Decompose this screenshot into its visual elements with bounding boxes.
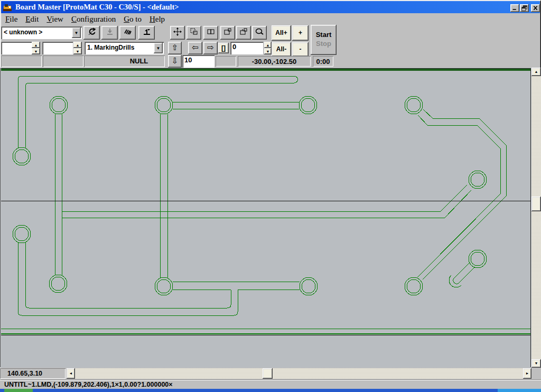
left-arrow-icon: ⇦ [192, 43, 199, 52]
duplicate-icon [207, 27, 215, 38]
head-select-value: < unknown > [1, 26, 72, 39]
tool-change-icon [143, 27, 151, 38]
spin-up-icon[interactable]: ▲ [32, 42, 40, 48]
close-button[interactable] [531, 4, 540, 12]
all-plus-button[interactable]: All+ [272, 25, 291, 41]
horizontal-scrollbar[interactable] [75, 368, 523, 379]
spin-up-icon[interactable]: ▲ [264, 42, 272, 48]
spindle-motor-icon [88, 27, 96, 38]
x-position-input[interactable] [1, 42, 32, 54]
menu-item-help[interactable]: Help [150, 15, 165, 24]
menu-item-file[interactable]: File [5, 15, 17, 24]
taskbar-tray-sliver [498, 389, 541, 392]
chevron-down-icon[interactable]: ▼ [154, 43, 163, 53]
start-stop-button[interactable]: Start Stop [311, 25, 337, 55]
jog-right-button[interactable]: ⇨ [203, 42, 218, 54]
status-cell-blank [216, 56, 236, 67]
spindle-motor-button[interactable] [83, 26, 100, 40]
app-window: Board Master [ProtoMat C30 - C30/S] - <d… [0, 0, 541, 392]
taskbar-sliver [0, 389, 541, 392]
position-value: -30.00,-102.50 [238, 56, 311, 66]
phase-select[interactable]: 1. MarkingDrills ▼ [85, 42, 164, 54]
chevron-down-icon[interactable]: ▼ [72, 27, 81, 38]
tool-down-icon [106, 27, 114, 38]
window-title: Board Master [ProtoMat C30 - C30/S] - <d… [15, 3, 179, 12]
scroll-left-button[interactable]: ◄ [67, 368, 75, 379]
horizontal-scroll-thumb[interactable] [263, 368, 273, 379]
status-cell-x [1, 55, 42, 67]
stop-label: Stop [316, 40, 331, 49]
milling-hatch-button[interactable] [119, 26, 136, 40]
close-icon [532, 5, 539, 11]
scroll-down-icon: ▼ [535, 361, 538, 365]
scroll-right-button[interactable]: ► [523, 368, 531, 379]
minimize-button[interactable] [510, 4, 519, 12]
jog-down-button[interactable]: ⇩ [168, 55, 182, 68]
vertical-scrollbar[interactable]: ▲ ▼ [531, 68, 541, 368]
right-arrow-icon: ⇨ [207, 43, 214, 52]
restore-button[interactable] [520, 4, 529, 12]
taskbar-start-sliver [4, 389, 33, 392]
tool-status-cell: NULL [84, 55, 165, 67]
minus-button[interactable]: - [292, 42, 309, 57]
status-bar: UNTITL~1.LMD,(-109.879,202.406),1×1,0.00… [0, 379, 541, 389]
spin-down-icon[interactable]: ▼ [73, 48, 82, 54]
all-minus-button[interactable]: All- [272, 42, 291, 57]
plus-button[interactable]: + [292, 25, 309, 41]
scroll-up-icon: ▲ [535, 70, 538, 73]
index-input[interactable]: 0 [230, 42, 263, 54]
step-repeat-alt-button[interactable] [236, 26, 251, 40]
head-select[interactable]: < unknown > ▼ [1, 26, 82, 39]
scroll-right-icon: ► [526, 371, 529, 375]
x-position-stepper: ▲ ▼ [32, 42, 40, 54]
vertical-scroll-thumb[interactable] [531, 197, 541, 211]
spin-down-icon[interactable]: ▼ [264, 48, 272, 54]
brackets-button[interactable]: [] [218, 43, 229, 53]
copy-selection-icon [190, 27, 198, 38]
feed-input[interactable]: 10 [182, 55, 214, 68]
y-position-input[interactable] [42, 42, 73, 54]
tool-down-button[interactable] [101, 26, 118, 40]
minimize-icon [511, 5, 518, 11]
cursor-coords-value: 140.65,3.10 [0, 368, 66, 377]
restore-icon [521, 5, 528, 11]
scroll-left-icon: ◄ [69, 371, 73, 375]
scrollbar-corner [531, 368, 541, 379]
step-repeat-alt-icon [239, 27, 248, 38]
spin-up-icon[interactable]: ▲ [73, 42, 82, 48]
milling-hatch-icon [124, 27, 132, 38]
menu-item-configuration[interactable]: Configuration [71, 15, 116, 24]
title-bar[interactable]: Board Master [ProtoMat C30 - C30/S] - <d… [1, 1, 540, 13]
time-value: 0:00 [313, 56, 333, 66]
start-label: Start [316, 31, 332, 40]
status-cell-y [43, 55, 83, 67]
time-cell: 0:00 [313, 56, 333, 67]
move-head-button[interactable] [170, 26, 185, 40]
menu-item-edit[interactable]: Edit [25, 15, 39, 24]
jog-up-button[interactable]: ⇧ [168, 42, 182, 54]
jog-left-button[interactable]: ⇦ [188, 42, 202, 54]
scroll-down-button[interactable]: ▼ [531, 359, 541, 368]
scroll-up-button[interactable]: ▲ [531, 68, 541, 76]
down-arrow-icon: ⇩ [172, 56, 179, 66]
tool-status-value: NULL [84, 55, 165, 65]
up-arrow-icon: ⇧ [172, 43, 179, 52]
copy-selection-button[interactable] [186, 26, 201, 40]
step-repeat-button[interactable] [220, 26, 235, 40]
cursor-coords-cell: 140.65,3.10 [0, 368, 66, 379]
menu-item-go-to[interactable]: Go to [124, 15, 142, 24]
toolbar: < unknown > ▼ All+ + Start Stop ▲ ▼ ▲ ▼ [1, 25, 540, 68]
duplicate-button[interactable] [203, 26, 218, 40]
zoom-icon [255, 27, 264, 38]
zoom-button[interactable] [252, 26, 267, 40]
board-canvas[interactable] [0, 68, 531, 368]
phase-select-value: 1. MarkingDrills [85, 42, 154, 54]
menu-item-view[interactable]: View [46, 15, 63, 24]
y-position-stepper: ▲ ▼ [73, 42, 82, 54]
position-cell: -30.00,-102.50 [238, 56, 311, 67]
status-bar-text: UNTITL~1.LMD,(-109.879,202.406),1×1,0.00… [4, 381, 173, 388]
tool-change-button[interactable] [138, 26, 155, 40]
app-icon [3, 3, 12, 12]
spin-down-icon[interactable]: ▼ [32, 48, 40, 54]
menu-bar: FileEditViewConfigurationGo toHelp [1, 13, 540, 25]
